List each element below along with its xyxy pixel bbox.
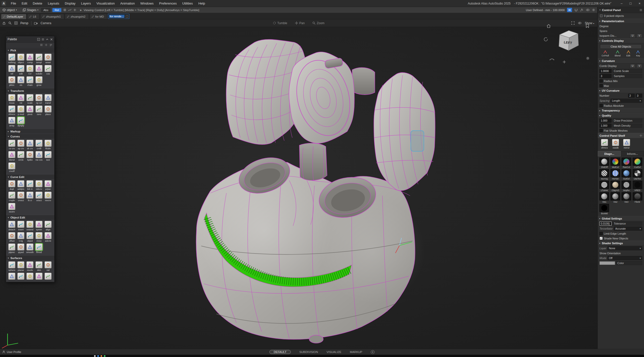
curve-snap-icon[interactable] bbox=[68, 8, 71, 12]
flat-shade-checkbox[interactable] bbox=[599, 129, 603, 132]
tool-ptprec[interactable]: ptprec bbox=[7, 243, 16, 254]
menu-preferences[interactable]: Preferences bbox=[156, 0, 179, 7]
menu-edit[interactable]: Edit bbox=[19, 0, 30, 7]
radius-max-checkbox[interactable] bbox=[599, 84, 603, 87]
comb-scale-field[interactable]: 1.0000 bbox=[599, 69, 612, 73]
user-profile[interactable]: User Profile bbox=[0, 350, 21, 353]
tool-dupl[interactable]: dupl bbox=[7, 180, 16, 190]
menu-display[interactable]: Display bbox=[62, 0, 78, 7]
tool-circle[interactable]: circle bbox=[16, 151, 25, 161]
tool-symm[interactable]: symm bbox=[34, 221, 44, 231]
lock-icon[interactable] bbox=[3, 21, 6, 25]
tool-ffmod[interactable]: ffmod bbox=[34, 243, 44, 254]
tool-qryed[interactable]: qryed bbox=[16, 243, 25, 254]
viewcube-plus-icon[interactable] bbox=[562, 60, 566, 65]
shader-rancol[interactable]: RanCol bbox=[621, 158, 632, 168]
tool-sphere[interactable]: sphere bbox=[7, 261, 16, 271]
menu-file[interactable]: File bbox=[8, 0, 19, 7]
tolerance-field[interactable]: 0.0100 bbox=[599, 222, 612, 226]
section-shader-settings[interactable]: ▾Shader Settings bbox=[598, 241, 644, 246]
shader-vis2[interactable]: Vis2 bbox=[610, 192, 621, 203]
shader-mode-dropdown[interactable]: Off▾ bbox=[608, 256, 642, 260]
add-workspace-button[interactable]: + bbox=[371, 350, 375, 354]
tool-crvoff[interactable]: crvoff bbox=[7, 162, 16, 172]
list-view-icon[interactable] bbox=[42, 38, 44, 41]
shader-color-swatch[interactable] bbox=[599, 261, 615, 265]
tool-object[interactable]: object bbox=[16, 54, 25, 64]
tool-pivot[interactable]: pivot bbox=[25, 105, 34, 116]
shader-curevl[interactable]: CurEvl bbox=[632, 158, 642, 168]
shade-new-objects-checkbox[interactable]: ✓ bbox=[599, 237, 603, 240]
tool-comp[interactable]: comp bbox=[25, 54, 34, 64]
tool-cos[interactable]: cos bbox=[44, 65, 53, 75]
tool-offset[interactable]: offset bbox=[7, 232, 16, 242]
tool-zero[interactable]: zero bbox=[34, 105, 44, 116]
viewport-canvas[interactable] bbox=[0, 19, 597, 349]
workspace-tab-visualize[interactable]: VISUALIZE bbox=[327, 350, 341, 353]
radius-min-checkbox[interactable] bbox=[599, 79, 603, 83]
palette-section-transform[interactable]: ▾Transform bbox=[6, 88, 54, 93]
tool-t-rig[interactable]: t-rig bbox=[16, 232, 25, 242]
tool-subdiv[interactable]: subdiv bbox=[34, 65, 44, 75]
menu-delete[interactable]: Delete bbox=[30, 0, 45, 7]
palette-section-curve-edit[interactable]: ▾Curve Edit bbox=[6, 174, 54, 179]
palette-section-surfaces[interactable]: ▾Surfaces bbox=[6, 255, 54, 260]
tool-nw-cos[interactable]: nw cos bbox=[34, 151, 44, 161]
tool-revolv[interactable]: revolv bbox=[25, 261, 34, 271]
layer-tab-l6[interactable]: L6 bbox=[27, 14, 39, 19]
controls-display-blend[interactable]: Blend bbox=[615, 50, 620, 57]
tool-rail[interactable]: rail bbox=[44, 261, 53, 271]
shader-vis3[interactable]: Vis3 bbox=[621, 192, 632, 203]
tool-xsctrv[interactable]: xsctrv bbox=[7, 203, 16, 213]
clear-all-objects-button[interactable]: Clear All Objects bbox=[600, 44, 642, 49]
section-global-settings[interactable]: ▾Global Settings bbox=[598, 216, 644, 221]
tool-brk-in[interactable]: brk in bbox=[25, 180, 34, 190]
point-snap-icon[interactable] bbox=[73, 8, 76, 12]
shader-vis1[interactable]: Vis1 bbox=[599, 192, 610, 203]
zoom-button[interactable]: Zoom bbox=[312, 21, 325, 25]
tool-srtsct[interactable]: srtsct bbox=[34, 192, 44, 202]
shader-ltunne[interactable]: LTunne bbox=[599, 181, 610, 192]
spacing-dropdown[interactable]: Length▾ bbox=[611, 99, 642, 103]
uv-number-u-field[interactable]: 2 bbox=[628, 94, 635, 98]
panel-menu-icon[interactable] bbox=[639, 9, 642, 11]
tool-np-scl[interactable]: np scl bbox=[34, 94, 44, 104]
viewcube-cube[interactable]: LEFT bbox=[554, 27, 582, 55]
arrow-tool-icon[interactable] bbox=[580, 8, 584, 12]
layer-tab-zhuangshi1[interactable]: zhuangshi1 bbox=[40, 14, 64, 19]
tool-surfaces-extra-8[interactable] bbox=[34, 273, 44, 280]
shader-layer-dropdown[interactable]: None▾ bbox=[608, 246, 642, 250]
tool-ffcbln[interactable]: ffcbln bbox=[44, 140, 53, 150]
shelf-tool-mirror[interactable]: mirror bbox=[622, 139, 631, 149]
tool-objed[interactable]: objed bbox=[25, 232, 34, 242]
collapse-icon[interactable] bbox=[46, 38, 49, 41]
taskbar-icon[interactable] bbox=[101, 355, 102, 357]
controls-display-edit[interactable]: Edit bbox=[626, 50, 630, 57]
shader-isoang[interactable]: IsoAng bbox=[599, 169, 610, 180]
tool-prjtan[interactable]: prjtan bbox=[44, 180, 53, 190]
menu-layers[interactable]: Layers bbox=[78, 0, 94, 7]
tool-crvfil[interactable]: crvfil bbox=[34, 140, 44, 150]
tool-move[interactable]: move bbox=[7, 94, 16, 104]
pan-button[interactable]: Pan bbox=[295, 21, 305, 25]
viewcube[interactable]: LEFT bbox=[546, 22, 590, 65]
tool-revcrv[interactable]: revcrv bbox=[44, 192, 53, 202]
tool-ref[interactable]: ref bbox=[7, 65, 16, 75]
tool-scale[interactable]: scale bbox=[25, 94, 34, 104]
layer-tab-for-md[interactable]: for MD bbox=[90, 14, 107, 19]
tool-dynply[interactable]: dynply bbox=[16, 117, 25, 127]
menu-utilities[interactable]: Utilities bbox=[180, 0, 196, 7]
camera-label[interactable]: Camera bbox=[41, 21, 51, 25]
tool-crvpln[interactable]: crvpln bbox=[7, 192, 16, 202]
tool-ep-crv[interactable]: ep crv bbox=[16, 140, 25, 150]
orbit-left-icon[interactable] bbox=[544, 38, 548, 43]
palette-titlebar[interactable]: Palette i bbox=[6, 36, 54, 43]
isoparm-v-button[interactable]: V bbox=[636, 34, 642, 38]
grid-snap-icon[interactable] bbox=[63, 8, 66, 12]
tool-insert[interactable]: insert bbox=[16, 221, 25, 231]
maximize-icon[interactable]: □ bbox=[630, 2, 632, 5]
shader-surevl[interactable]: SurEvl bbox=[621, 169, 632, 180]
bookmark-icon[interactable] bbox=[586, 24, 589, 29]
snap-magnet-icon[interactable] bbox=[574, 8, 578, 12]
tool-fit-cr[interactable]: fit cr bbox=[25, 192, 34, 202]
